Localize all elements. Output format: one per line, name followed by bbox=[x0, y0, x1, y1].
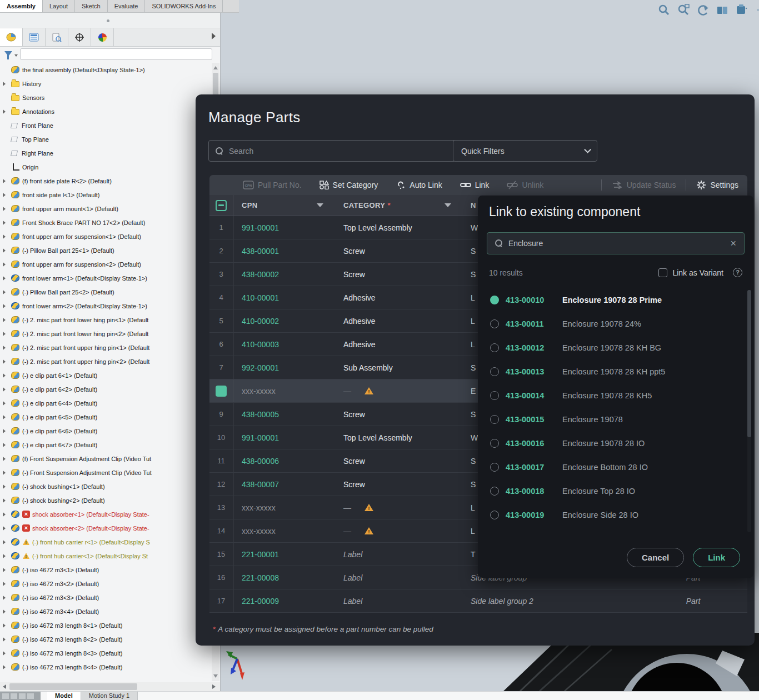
expand-arrow-icon[interactable] bbox=[3, 429, 6, 433]
row-number-cell[interactable]: 13 bbox=[209, 496, 233, 519]
component-search-box[interactable]: × bbox=[487, 232, 745, 254]
row-number-cell[interactable]: 7 bbox=[209, 356, 233, 379]
help-icon[interactable]: ? bbox=[733, 268, 742, 277]
pull-part-no-button[interactable]: CPN Pull Part No. bbox=[243, 181, 302, 189]
tree-item[interactable]: (-) e clip part 6<2> (Default) bbox=[0, 382, 212, 396]
tree-item[interactable]: (-) iso 4672 m3 length 8<2> (Default) bbox=[0, 632, 212, 646]
radio-icon[interactable] bbox=[490, 511, 499, 519]
expand-arrow-icon[interactable] bbox=[3, 623, 6, 628]
tree-item[interactable]: (-) iso 4672 m3<4> (Default) bbox=[0, 604, 212, 618]
expand-arrow-icon[interactable] bbox=[3, 290, 6, 294]
tree-item[interactable]: shock absorber<1> (Default<Display State… bbox=[0, 507, 212, 521]
expand-arrow-icon[interactable] bbox=[3, 248, 6, 253]
expand-arrow-icon[interactable] bbox=[3, 554, 6, 558]
expand-arrow-icon[interactable] bbox=[3, 359, 6, 364]
tree-item[interactable]: Top Plane bbox=[0, 132, 212, 146]
tree-item[interactable]: (-) front hub carrier r<1> (Default<Disp… bbox=[0, 535, 212, 549]
tree-item[interactable]: (f) front side plate R<2> (Default) bbox=[0, 174, 212, 188]
tree-item[interactable]: Sensors bbox=[0, 91, 212, 104]
unlink-button[interactable]: Unlink bbox=[507, 181, 543, 189]
row-number-cell[interactable]: 4 bbox=[209, 286, 233, 309]
expand-arrow-icon[interactable] bbox=[3, 179, 6, 183]
scroll-up-arrow[interactable] bbox=[213, 66, 218, 69]
scrollbar-thumb[interactable] bbox=[9, 683, 137, 690]
ribbon-tab[interactable]: SOLIDWORKS Add-Ins bbox=[145, 0, 223, 12]
previous-view-icon[interactable] bbox=[696, 3, 710, 17]
row-number-cell[interactable]: 12 bbox=[209, 473, 233, 496]
link-as-variant-checkbox[interactable] bbox=[658, 268, 667, 277]
tree-item[interactable]: (-) iso 4672 m3 length 8<4> (Default) bbox=[0, 660, 212, 674]
section-view-icon[interactable] bbox=[716, 3, 729, 17]
tree-item[interactable]: (-) 2. misc part front upper hing pin<1>… bbox=[0, 341, 212, 354]
expand-arrow-icon[interactable] bbox=[3, 457, 6, 461]
row-number-cell[interactable]: 10 bbox=[209, 426, 233, 449]
zoom-to-fit-icon[interactable] bbox=[657, 3, 671, 17]
tree-item[interactable]: front lower arm<1> (Default<Display Stat… bbox=[0, 271, 212, 285]
tree-item[interactable]: (-) iso 4672 m3<2> (Default) bbox=[0, 577, 212, 591]
tree-item[interactable]: Front Shock Brace PART NO 17<2> (Default… bbox=[0, 216, 212, 229]
expand-arrow-icon[interactable] bbox=[3, 262, 6, 267]
select-all-checkbox[interactable] bbox=[216, 200, 227, 211]
zoom-area-icon[interactable] bbox=[677, 3, 690, 17]
component-result[interactable]: 413-00012 Enclosure 19078 28 KH BG bbox=[478, 336, 745, 359]
component-result[interactable]: 413-00010 Enclosure 19078 28 Prime bbox=[478, 288, 745, 312]
component-result[interactable]: 413-00013 Enclosure 19078 28 KH ppt5 bbox=[478, 359, 745, 383]
expand-arrow-icon[interactable] bbox=[3, 596, 6, 600]
row-number-cell[interactable]: 5 bbox=[209, 309, 233, 332]
ribbon-tab[interactable]: Layout bbox=[43, 0, 75, 12]
scroll-right-arrow[interactable] bbox=[212, 684, 216, 689]
tree-item[interactable]: (-) e clip part 6<1> (Default) bbox=[0, 368, 212, 382]
expand-arrow-icon[interactable] bbox=[3, 193, 6, 197]
expand-arrow-icon[interactable] bbox=[3, 207, 6, 211]
row-number-cell[interactable]: 15 bbox=[209, 543, 233, 566]
tree-item[interactable]: front upper arm mount<1> (Default) bbox=[0, 202, 212, 216]
tree-item[interactable]: the final assembly (Default<Display Stat… bbox=[0, 63, 212, 77]
radio-icon[interactable] bbox=[490, 343, 499, 352]
tree-item[interactable]: Origin bbox=[0, 160, 212, 174]
tab-feature-tree[interactable] bbox=[0, 28, 23, 46]
expand-arrow-icon[interactable] bbox=[3, 109, 6, 114]
expand-arrow-icon[interactable] bbox=[3, 582, 6, 586]
tab-motion-study[interactable]: Motion Study 1 bbox=[81, 692, 138, 700]
link-as-variant-option[interactable]: Link as Variant ? bbox=[658, 268, 742, 277]
set-category-button[interactable]: Set Category bbox=[319, 181, 378, 189]
radio-icon[interactable] bbox=[490, 296, 499, 304]
expand-arrow-icon[interactable] bbox=[3, 304, 6, 308]
component-result[interactable]: 413-00011 Enclosure 19078 24% bbox=[478, 312, 745, 336]
hide-show-items-icon[interactable] bbox=[755, 3, 759, 17]
row-number-cell[interactable]: 2 bbox=[209, 239, 233, 262]
expand-arrow-icon[interactable] bbox=[3, 498, 6, 503]
tab-configuration-manager[interactable] bbox=[46, 28, 68, 46]
component-result[interactable]: 413-00014 Enclosure 19078 28 KH5 bbox=[478, 383, 745, 407]
tree-item[interactable]: (-) 2. misc part front lower hing pin<1>… bbox=[0, 313, 212, 327]
link-confirm-button[interactable]: Link bbox=[693, 548, 740, 567]
ribbon-tab[interactable]: Assembly bbox=[0, 0, 43, 12]
expand-arrow-icon[interactable] bbox=[3, 318, 6, 322]
tree-item[interactable]: (-) 2. misc part front upper hing pin<2>… bbox=[0, 354, 212, 368]
expand-arrow-icon[interactable] bbox=[3, 373, 6, 378]
filter-funnel-icon[interactable] bbox=[4, 51, 12, 56]
tree-item[interactable]: Front Plane bbox=[0, 118, 212, 132]
radio-icon[interactable] bbox=[490, 319, 499, 328]
expand-arrow-icon[interactable] bbox=[3, 484, 6, 489]
settings-button[interactable]: Settings bbox=[696, 180, 738, 190]
tree-item[interactable]: front lower arm<2> (Default<Display Stat… bbox=[0, 299, 212, 313]
panel-collapse-strip[interactable] bbox=[0, 13, 220, 28]
expand-arrow-icon[interactable] bbox=[3, 540, 6, 544]
tree-item[interactable]: shock absorber<2> (Default<Display State… bbox=[0, 521, 212, 535]
tab-dimxpert-manager[interactable] bbox=[68, 28, 91, 46]
cpn-sort-arrow-icon[interactable] bbox=[317, 203, 323, 207]
link-button[interactable]: Link bbox=[460, 181, 490, 189]
table-row[interactable]: 17 221-00009 Label — Side label group 2 … bbox=[209, 589, 747, 613]
tree-item[interactable]: (-) Pillow Ball part 25<1> (Default) bbox=[0, 243, 212, 257]
tab-property-manager[interactable] bbox=[23, 28, 46, 46]
expand-arrow-icon[interactable] bbox=[3, 221, 6, 225]
radio-icon[interactable] bbox=[490, 367, 499, 376]
component-result[interactable]: 413-00018 Enclosure Top 28 IO bbox=[478, 479, 745, 503]
tree-item[interactable]: (-) Pillow Ball part 25<2> (Default) bbox=[0, 285, 212, 299]
tree-item[interactable]: Annotations bbox=[0, 104, 212, 118]
component-result[interactable]: 413-00016 Enclosure 19078 28 IO bbox=[478, 431, 745, 455]
panel-expand-arrow[interactable] bbox=[212, 33, 216, 39]
tree-item[interactable]: (-) iso 4672 m3 length 8<1> (Default) bbox=[0, 618, 212, 632]
tree-item[interactable]: (-) front hub carrier<1> (Default<Displa… bbox=[0, 549, 212, 563]
